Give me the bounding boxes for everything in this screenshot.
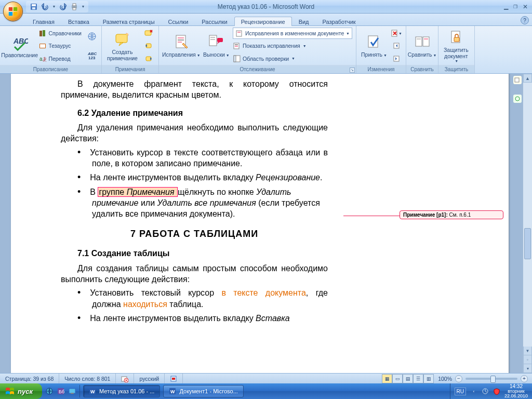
list-item[interactable]: В группе Примечания щёлкнуть по кнопке У… xyxy=(77,186,328,220)
scroll-down-button[interactable]: ▼ xyxy=(523,347,532,355)
svg-rect-45 xyxy=(423,37,429,46)
track-changes-icon xyxy=(173,34,190,50)
zoom-value[interactable]: 100% xyxy=(438,376,452,382)
show-markup-button[interactable]: Показать исправления ▼ xyxy=(233,40,352,51)
start-button[interactable]: пуск xyxy=(0,383,42,399)
status-proofing[interactable] xyxy=(116,374,134,383)
show-desktop-icon[interactable] xyxy=(67,385,77,397)
page-content[interactable]: В документе фрагмент текста, к которому … xyxy=(11,74,343,324)
marker-icon[interactable] xyxy=(513,95,522,103)
scroll-up-button[interactable]: ▲ xyxy=(523,74,532,83)
taskbar-item[interactable]: W Документ1 - Microso... xyxy=(163,385,243,397)
heading-71[interactable]: 7.1 Создание таблицы xyxy=(77,248,328,259)
word-count-button[interactable]: ABC123 xyxy=(86,50,98,61)
status-page[interactable]: Страница: 39 из 68 xyxy=(0,374,59,383)
tracking-launcher-icon[interactable]: ↘ xyxy=(350,68,355,73)
group-changes-title: Изменения xyxy=(356,65,406,73)
quick-print-icon[interactable] xyxy=(70,2,79,11)
taskbar-item[interactable]: W Метод указ 01.06 - ... xyxy=(83,385,160,397)
prev-change-button[interactable] xyxy=(391,40,402,51)
zoom-out-button[interactable]: − xyxy=(455,375,462,382)
word-icon: W xyxy=(169,388,176,395)
display-for-review-dropdown[interactable]: Исправления в измененном документе ▼ xyxy=(233,28,352,39)
redo-icon[interactable] xyxy=(58,2,68,11)
document-scroll[interactable]: В документе фрагмент текста, к которому … xyxy=(0,74,523,373)
svg-rect-8 xyxy=(73,4,76,6)
outline-view[interactable]: ☰ xyxy=(413,374,423,383)
next-page-button[interactable]: ▾ xyxy=(523,364,532,373)
prev-page-button[interactable]: ◦ xyxy=(523,355,532,364)
heading-62[interactable]: 6.2 Удаление примечания xyxy=(77,108,328,119)
spelling-button[interactable]: ABC Правописание xyxy=(2,27,37,65)
help-button[interactable]: ? xyxy=(521,16,529,24)
restore-button[interactable]: ❐ xyxy=(513,4,517,9)
protect-label: Защитить документ xyxy=(444,47,469,59)
next-change-button[interactable] xyxy=(391,53,402,64)
marker-icon[interactable] xyxy=(513,76,522,84)
vertical-scrollbar[interactable]: ▲ ▼ ◦ ▾ xyxy=(523,74,532,373)
paragraph[interactable]: Для удаления примечания необходимо выпол… xyxy=(61,123,328,144)
clock[interactable]: 14:32 вторник 22.06.2010 xyxy=(504,384,528,398)
ql-icon[interactable]: Бб xyxy=(56,385,66,397)
reviewing-pane-label: Область проверки xyxy=(243,56,289,62)
set-language-button[interactable] xyxy=(86,31,98,42)
tab-pagelayout[interactable]: Разметка страницы xyxy=(96,17,162,26)
reject-button[interactable]: ▼ xyxy=(391,28,402,39)
scroll-thumb[interactable] xyxy=(524,228,531,259)
status-word-count[interactable]: Число слов: 8 801 xyxy=(59,374,116,383)
heading-7[interactable]: 7 РАБОТА С ТАБЛИЦАМИ xyxy=(61,228,328,240)
zoom-slider[interactable] xyxy=(466,378,517,380)
list-item[interactable]: Установить курсор в тексте соответствующ… xyxy=(77,147,328,169)
language-indicator[interactable]: RU xyxy=(455,388,466,395)
paragraph[interactable]: В документе фрагмент текста, к которому … xyxy=(61,79,328,101)
ribbon: ABC Правописание Справочники Тезаурус aあ… xyxy=(0,26,532,74)
delete-comment-button[interactable] xyxy=(143,28,154,39)
thesaurus-button[interactable]: Тезаурус xyxy=(38,40,82,51)
undo-dropdown-icon[interactable]: ▼ xyxy=(52,2,56,11)
tab-references[interactable]: Ссылки xyxy=(162,17,195,26)
full-screen-view[interactable]: ▭ xyxy=(392,374,403,383)
tab-developer[interactable]: Разработчик xyxy=(316,17,363,26)
status-language[interactable]: русский xyxy=(134,374,165,383)
tray-expand-icon[interactable]: ‹ xyxy=(470,385,477,397)
accept-button[interactable]: Принять▼ xyxy=(358,27,390,65)
track-changes-button[interactable]: Исправления▼ xyxy=(161,27,202,65)
tab-mailings[interactable]: Рассылки xyxy=(195,17,234,26)
undo-icon[interactable] xyxy=(41,2,50,11)
group-comments: Создать примечание Примечания xyxy=(102,26,159,73)
paragraph[interactable]: Для создания таблицы самым простым спосо… xyxy=(61,263,328,285)
comment-balloon[interactable]: Примечание [p1]: См. п.6.1 xyxy=(400,210,503,219)
close-button[interactable]: ✕ xyxy=(523,3,528,10)
prev-comment-button[interactable] xyxy=(143,40,154,51)
thesaurus-icon xyxy=(38,42,47,50)
next-comment-button[interactable] xyxy=(143,53,154,64)
list-item[interactable]: На ленте инструментов выделить вкладку Р… xyxy=(77,171,328,183)
web-layout-view[interactable]: ▤ xyxy=(403,374,413,383)
list-item[interactable]: На ленте инструментов выделить вкладку В… xyxy=(77,312,328,324)
office-button[interactable] xyxy=(3,2,23,21)
translate-button[interactable]: aあ Перевод xyxy=(38,53,82,64)
protect-button[interactable]: Защитить документ ▼ xyxy=(441,27,472,65)
scroll-track[interactable] xyxy=(523,83,532,347)
tab-insert[interactable]: Вставка xyxy=(61,17,96,26)
page: В документе фрагмент текста, к которому … xyxy=(11,74,509,373)
list-item[interactable]: Установить текстовый курсор в тексте док… xyxy=(77,287,328,310)
save-icon[interactable] xyxy=(29,2,38,11)
print-layout-view[interactable]: ▦ xyxy=(382,374,392,383)
qat-customize-icon[interactable]: ▼ xyxy=(81,2,85,11)
new-comment-button[interactable]: Создать примечание xyxy=(104,27,141,65)
tray-shield-icon[interactable] xyxy=(493,388,500,395)
ie-icon[interactable] xyxy=(44,385,55,397)
balloons-button[interactable]: Выноски▼ xyxy=(202,27,231,65)
tab-review[interactable]: Рецензирование xyxy=(234,17,292,26)
compare-button[interactable]: Сравнить▼ xyxy=(408,27,436,65)
reviewing-pane-button[interactable]: Область проверки ▼ xyxy=(233,53,352,64)
research-button[interactable]: Справочники xyxy=(38,28,82,39)
tab-view[interactable]: Вид xyxy=(292,17,316,26)
tab-home[interactable]: Главная xyxy=(26,17,61,26)
minimize-button[interactable]: ▁ xyxy=(504,3,508,10)
draft-view[interactable]: ▥ xyxy=(423,374,434,383)
status-macro[interactable] xyxy=(165,374,183,383)
tray-icon[interactable] xyxy=(482,388,489,395)
zoom-in-button[interactable]: + xyxy=(521,375,528,382)
